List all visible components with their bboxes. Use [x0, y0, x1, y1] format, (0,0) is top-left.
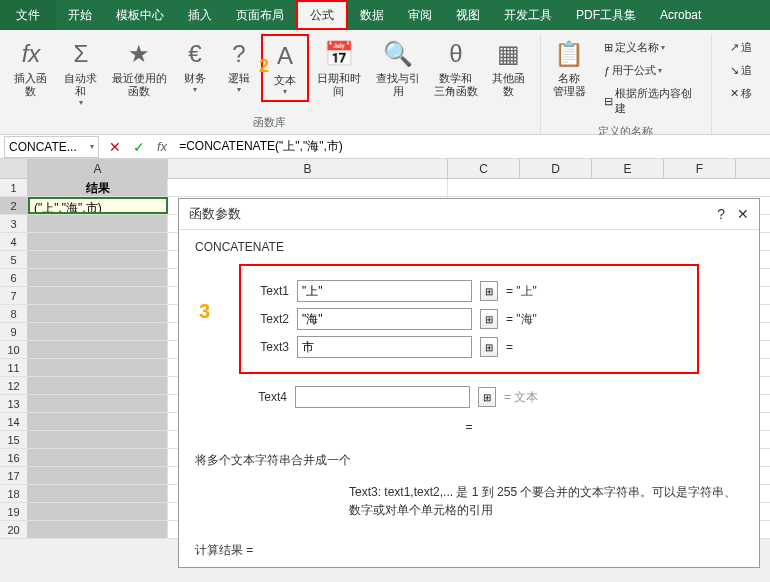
group-fnlib: fx 插入函数 Σ 自动求和 ▾ ★ 最近使用的 函数 € 财务 ▾ ? 逻辑 … — [0, 34, 541, 134]
tab-developer[interactable]: 开发工具 — [492, 0, 564, 30]
use-in-formula-button[interactable]: ƒ用于公式▾ — [600, 61, 697, 80]
logical-button[interactable]: ? 逻辑 ▾ — [217, 34, 261, 98]
cell[interactable] — [168, 179, 448, 196]
tab-view[interactable]: 视图 — [444, 0, 492, 30]
trace-precedents-button[interactable]: ↗追 — [726, 38, 756, 57]
text2-input[interactable] — [297, 308, 472, 330]
text1-input[interactable] — [297, 280, 472, 302]
create-from-sel-label: 根据所选内容创建 — [615, 86, 693, 116]
row-header[interactable]: 19 — [0, 503, 28, 520]
more-functions-button[interactable]: ▦ 其他函数 — [484, 34, 534, 102]
cell-a2-active[interactable]: ("上","海",市) — [28, 197, 168, 214]
col-header-f[interactable]: F — [664, 159, 736, 178]
row-header[interactable]: 6 — [0, 269, 28, 286]
range-picker-button[interactable]: ⊞ — [480, 281, 498, 301]
fx-icon[interactable]: fx — [151, 139, 173, 154]
row-header[interactable]: 20 — [0, 521, 28, 538]
row-header[interactable]: 17 — [0, 467, 28, 484]
create-from-selection-button[interactable]: ⊟根据所选内容创建 — [600, 84, 697, 118]
cell[interactable] — [28, 503, 168, 520]
name-manager-button[interactable]: 📋 名称 管理器 — [547, 34, 592, 102]
help-button[interactable]: ? — [717, 206, 725, 222]
lookup-button[interactable]: 🔍 查找与引用 — [368, 34, 427, 102]
remove-icon: ✕ — [730, 87, 739, 100]
args-highlighted-box: 3 Text1 ⊞ = "上" Text2 ⊞ = "海" Text3 ⊞ = — [239, 264, 699, 374]
row-header[interactable]: 5 — [0, 251, 28, 268]
cell[interactable] — [28, 341, 168, 358]
cell[interactable] — [28, 485, 168, 502]
tab-formulas[interactable]: 公式 — [296, 0, 348, 30]
select-all-corner[interactable] — [0, 159, 28, 178]
name-box[interactable]: CONCATE... ▾ — [4, 136, 99, 158]
text3-input[interactable] — [297, 336, 472, 358]
row-header[interactable]: 12 — [0, 377, 28, 394]
cell[interactable] — [28, 359, 168, 376]
recent-functions-button[interactable]: ★ 最近使用的 函数 — [106, 34, 173, 102]
cell[interactable] — [28, 431, 168, 448]
define-name-button[interactable]: ⊞定义名称▾ — [600, 38, 697, 57]
row-header[interactable]: 2 — [0, 197, 28, 214]
use-in-formula-label: 用于公式 — [612, 63, 656, 78]
text4-input[interactable] — [295, 386, 470, 408]
row-header[interactable]: 8 — [0, 305, 28, 322]
row-header[interactable]: 11 — [0, 359, 28, 376]
arg-row: Text2 ⊞ = "海" — [249, 308, 689, 330]
range-picker-button[interactable]: ⊞ — [478, 387, 496, 407]
dialog-title-bar[interactable]: 函数参数 ? ✕ — [179, 199, 759, 230]
row-header[interactable]: 7 — [0, 287, 28, 304]
cell[interactable] — [28, 233, 168, 250]
cell[interactable] — [28, 323, 168, 340]
tab-data[interactable]: 数据 — [348, 0, 396, 30]
row-header[interactable]: 1 — [0, 179, 28, 196]
col-header-b[interactable]: B — [168, 159, 448, 178]
row-header[interactable]: 9 — [0, 323, 28, 340]
col-header-d[interactable]: D — [520, 159, 592, 178]
autosum-button[interactable]: Σ 自动求和 ▾ — [56, 34, 106, 111]
cell[interactable] — [28, 269, 168, 286]
tab-template[interactable]: 模板中心 — [104, 0, 176, 30]
math-button[interactable]: θ 数学和 三角函数 — [428, 34, 484, 102]
row-header[interactable]: 13 — [0, 395, 28, 412]
row-header[interactable]: 15 — [0, 431, 28, 448]
confirm-formula-button[interactable]: ✓ — [127, 136, 151, 158]
cell[interactable] — [28, 413, 168, 430]
range-picker-button[interactable]: ⊞ — [480, 309, 498, 329]
remove-arrows-button[interactable]: ✕移 — [726, 84, 756, 103]
range-picker-button[interactable]: ⊞ — [480, 337, 498, 357]
tab-pdf[interactable]: PDF工具集 — [564, 0, 648, 30]
row-header[interactable]: 3 — [0, 215, 28, 232]
col-header-e[interactable]: E — [592, 159, 664, 178]
trace-dependents-button[interactable]: ↘追 — [726, 61, 756, 80]
row-header[interactable]: 14 — [0, 413, 28, 430]
row-header[interactable]: 10 — [0, 341, 28, 358]
tab-review[interactable]: 审阅 — [396, 0, 444, 30]
cancel-formula-button[interactable]: ✕ — [103, 136, 127, 158]
close-button[interactable]: ✕ — [737, 206, 749, 222]
row-header[interactable]: 16 — [0, 449, 28, 466]
insert-function-button[interactable]: fx 插入函数 — [6, 34, 56, 102]
cell[interactable] — [28, 251, 168, 268]
col-header-c[interactable]: C — [448, 159, 520, 178]
cell[interactable] — [28, 305, 168, 322]
tab-file[interactable]: 文件 — [0, 0, 56, 30]
tab-page-layout[interactable]: 页面布局 — [224, 0, 296, 30]
row-header[interactable]: 18 — [0, 485, 28, 502]
row-header[interactable]: 4 — [0, 233, 28, 250]
cell-a1[interactable]: 结果 — [28, 179, 168, 196]
col-header-a[interactable]: A — [28, 159, 168, 178]
tab-home[interactable]: 开始 — [56, 0, 104, 30]
tab-insert[interactable]: 插入 — [176, 0, 224, 30]
cell[interactable] — [28, 449, 168, 466]
cell[interactable] — [28, 377, 168, 394]
cell[interactable] — [28, 215, 168, 232]
cell[interactable] — [28, 521, 168, 538]
cell[interactable] — [28, 287, 168, 304]
cell[interactable] — [28, 467, 168, 484]
cell[interactable] — [28, 395, 168, 412]
autosum-label: 自动求和 — [62, 72, 100, 98]
formula-input[interactable] — [173, 135, 770, 158]
text-functions-button[interactable]: 2 A 文本 ▾ — [261, 34, 309, 102]
tab-acrobat[interactable]: Acrobat — [648, 0, 713, 30]
datetime-button[interactable]: 📅 日期和时间 — [309, 34, 368, 102]
financial-button[interactable]: € 财务 ▾ — [173, 34, 217, 98]
